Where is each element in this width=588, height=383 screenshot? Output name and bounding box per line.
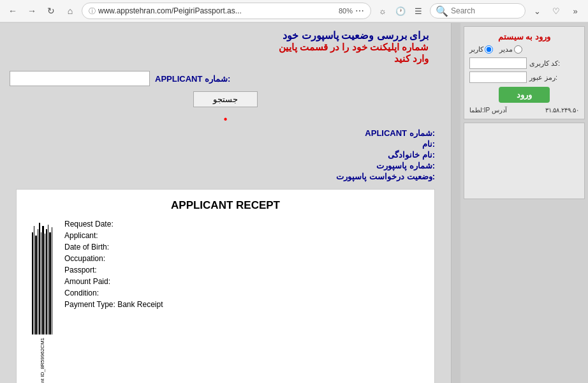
lock-icon: ⓘ <box>89 6 96 16</box>
radio-admin-label[interactable]: مدیر <box>499 45 522 54</box>
address-bar[interactable]: ⓘ www.appstehran.com/PeigiriPassport.as.… <box>82 3 371 19</box>
zoom-indicator: 80% <box>339 7 353 15</box>
browser-toolbar: ← → ↻ ⌂ ⓘ www.appstehran.com/PeigiriPass… <box>0 0 588 22</box>
expand-button[interactable]: » <box>568 3 583 19</box>
login-box: ورود به سیستم مدیر کاربر :کد کاربری :ر <box>464 26 585 119</box>
vertical-barcode <box>32 220 52 334</box>
bar <box>49 232 51 334</box>
bookmark-button[interactable]: ☼ <box>375 3 390 19</box>
ip-row: ۳۱.۵۸.۲۴۹.۵۰ آدرس IP:لطما <box>469 107 579 114</box>
radio-admin[interactable] <box>514 45 522 54</box>
search-btn-row: جستجو <box>10 91 441 107</box>
receipt-row-1: Applicant: <box>64 231 422 240</box>
menu-button[interactable]: ☰ <box>411 3 426 19</box>
receipt-row-6: Condition: <box>64 289 422 297</box>
search-button[interactable]: جستجو <box>193 91 258 107</box>
receipt-row-0: Request Date: <box>64 220 422 229</box>
bar <box>42 226 44 334</box>
extra-box <box>464 123 585 199</box>
applicant-input-row: :شماره APPLICANT <box>10 71 441 86</box>
header-line1: برای بررسی وضعیت پاسپورت خود <box>10 29 429 41</box>
username-label: :کد کاربری <box>529 59 560 68</box>
search-icon: 🔍 <box>436 5 448 17</box>
main-area: برای بررسی وضعیت پاسپورت خود شماره اپلیک… <box>0 23 451 383</box>
username-input[interactable] <box>469 57 527 69</box>
header-line2: شماره اپلیکنت خود را در قسمت پایین <box>10 41 429 53</box>
radio-user[interactable] <box>485 45 493 54</box>
info-family: :نام خانوادگی <box>10 150 435 160</box>
account-button[interactable]: ♡ <box>548 3 564 19</box>
receipt-row-4: Passport: <box>64 266 422 274</box>
radio-user-label[interactable]: کاربر <box>469 45 493 54</box>
back-button[interactable]: ← <box>5 3 20 19</box>
ip-label: آدرس IP:لطما <box>469 107 507 114</box>
home-button[interactable]: ⌂ <box>62 3 78 19</box>
login-submit-button[interactable]: ورود <box>499 87 550 103</box>
applicant-input[interactable] <box>10 71 150 86</box>
more-options-icon[interactable]: ⋯ <box>355 6 364 16</box>
ip-value: ۳۱.۵۸.۲۴۹.۵۰ <box>545 107 579 114</box>
forward-button[interactable]: → <box>24 3 40 19</box>
bar <box>39 223 40 334</box>
info-fields: :شماره APLICANT :نام :نام خانوادگی :شمار… <box>10 128 441 181</box>
bar <box>32 232 33 334</box>
bar <box>52 227 52 334</box>
info-aplicant: :شماره APLICANT <box>10 128 435 138</box>
receipt-row-7: Payment Type: Bank Receipt <box>64 300 422 309</box>
extensions-button[interactable]: ⌄ <box>529 3 545 19</box>
reload-button[interactable]: ↻ <box>43 3 59 19</box>
barcode-label-text: Applicant ID_8R59962CM1 <box>40 338 45 383</box>
receipt-body: Applicant ID_8R59962CM1 Request Date: Ap… <box>29 220 422 383</box>
url-text: www.appstehran.com/PeigiriPassport.as... <box>98 6 336 15</box>
bar <box>48 225 48 334</box>
info-passport-num: :شماره پاسپورت <box>10 161 435 170</box>
password-label: :رمز عبور <box>529 73 557 82</box>
bar <box>46 229 47 334</box>
info-name: :نام <box>10 139 435 149</box>
bar <box>34 226 34 334</box>
right-panel: ورود به سیستم مدیر کاربر :کد کاربری :ر <box>460 23 588 383</box>
info-status: :وضعیت درخواست پاسپورت <box>10 172 435 181</box>
receipt-title: APPLICANT RECEPT <box>29 199 422 212</box>
history-button[interactable]: 🕐 <box>393 3 408 19</box>
receipt-row-3: Occupation: <box>64 254 422 263</box>
header-line3: وارد کنید <box>10 53 429 64</box>
receipt-info: Request Date: Applicant: Date of Birth: … <box>64 220 422 383</box>
scroll-indicator[interactable] <box>451 23 460 383</box>
receipt-row-2: Date of Birth: <box>64 243 422 252</box>
left-barcode-area: Applicant ID_8R59962CM1 <box>29 220 55 383</box>
search-box[interactable]: 🔍 <box>430 3 526 19</box>
username-field-row: :کد کاربری <box>469 57 579 69</box>
persian-header: برای بررسی وضعیت پاسپورت خود شماره اپلیک… <box>10 29 441 64</box>
bar <box>45 234 45 334</box>
red-dot: • <box>10 114 441 125</box>
bar <box>41 232 41 334</box>
toolbar-right: ☼ 🕐 ☰ <box>375 3 426 19</box>
bar <box>35 236 37 334</box>
browser-chrome: ← → ↻ ⌂ ⓘ www.appstehran.com/PeigiriPass… <box>0 0 588 23</box>
page-content: برای بررسی وضعیت پاسپورت خود شماره اپلیک… <box>0 23 588 383</box>
search-input[interactable] <box>451 6 520 15</box>
receipt-container: APPLICANT RECEPT <box>16 189 435 383</box>
login-title: ورود به سیستم <box>469 32 579 41</box>
password-field-row: :رمز عبور <box>469 71 579 83</box>
bar <box>38 229 38 334</box>
radio-row: مدیر کاربر <box>469 45 579 54</box>
applicant-label: :شماره APPLICANT <box>155 74 230 84</box>
password-input[interactable] <box>469 71 527 83</box>
receipt-row-5: Amount Paid: <box>64 277 422 286</box>
